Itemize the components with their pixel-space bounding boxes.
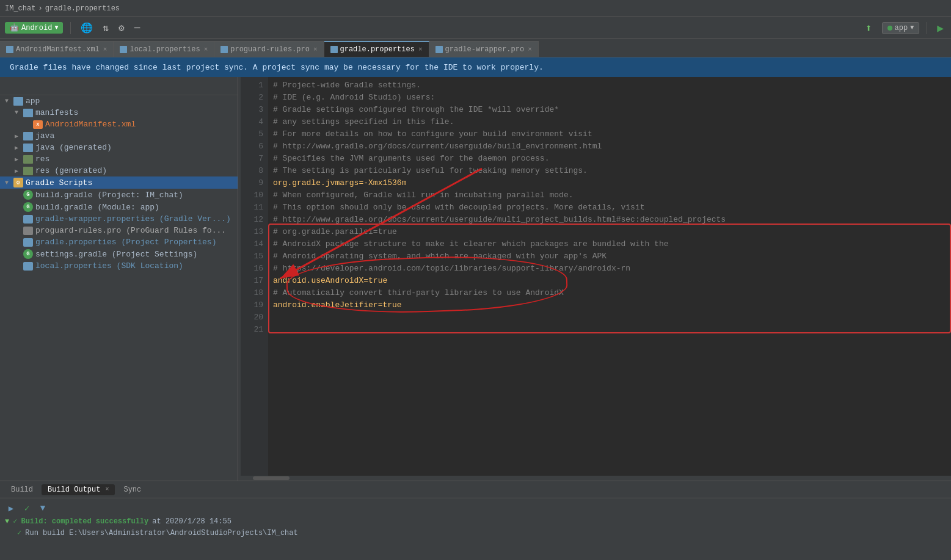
code-line-21 xyxy=(273,324,946,336)
tree-arrow: ▼ xyxy=(5,98,13,104)
tab-androidmanifest-xml[interactable]: AndroidManifest.xml× xyxy=(0,41,114,57)
sidebar-item-13[interactable]: Gsettings.gradle (Project Settings) xyxy=(0,248,238,260)
tab-close-btn[interactable]: × xyxy=(204,46,208,53)
code-line-15: # Android operating system, and which ar… xyxy=(273,250,946,263)
editor-area: 123456789101112131415161718192021 # Proj… xyxy=(241,77,951,481)
file-icon: G xyxy=(23,249,33,259)
file-icon xyxy=(23,144,33,152)
bottom-content: ▶ ✓ ▼ ▼ ✓ Build: completed successfully … xyxy=(0,498,951,560)
sidebar-item-6[interactable]: ▶res (generated) xyxy=(0,165,238,176)
sidebar-item-12[interactable]: gradle.properties (Project Properties) xyxy=(0,236,238,248)
line-number-9: 9 xyxy=(241,177,263,189)
sidebar-item-label: local.properties (SDK Location) xyxy=(35,261,183,271)
file-icon xyxy=(23,227,33,235)
scrollbar-horizontal[interactable] xyxy=(241,476,951,481)
gradle-sync-icon[interactable]: ⬆ xyxy=(865,21,872,35)
file-icon xyxy=(23,262,33,271)
tab-gradle-properties[interactable]: gradle.properties× xyxy=(324,41,429,57)
tab-icon xyxy=(6,46,13,53)
line-number-2: 2 xyxy=(241,92,263,104)
code-line-5: # For more details on how to configure y… xyxy=(273,128,946,140)
code-line-16: # https://developer.android.com/topic/li… xyxy=(273,263,946,275)
bottom-panel: BuildBuild Output×Sync ▶ ✓ ▼ ▼ ✓ Build: … xyxy=(0,481,951,560)
bottom-tab-build-output[interactable]: Build Output× xyxy=(42,484,115,495)
sidebar-item-0[interactable]: ▼app xyxy=(0,95,238,107)
sidebar-item-7[interactable]: ▼⚙Gradle Scripts xyxy=(0,176,238,189)
tab-label: gradle-wrapper.pro xyxy=(445,45,525,54)
sidebar-item-label: gradle-wrapper.properties (Gradle Ver...… xyxy=(35,214,231,224)
line-number-14: 14 xyxy=(241,238,263,250)
code-line-6: # http://www.gradle.org/docs/current/use… xyxy=(273,140,946,153)
toolbar-separator-2 xyxy=(927,22,927,34)
build-status-arrow: ▼ xyxy=(5,517,9,526)
sidebar-item-label: res xyxy=(35,155,49,164)
sidebar-item-label: app xyxy=(26,96,40,106)
globe-btn[interactable]: 🌐 xyxy=(78,21,95,35)
code-lines[interactable]: # Project-wide Gradle settings.# IDE (e.… xyxy=(268,77,951,476)
line-number-17: 17 xyxy=(241,275,263,287)
tab-proguard-rules-pro[interactable]: proguard-rules.pro× xyxy=(214,41,324,57)
tab-local-properties[interactable]: local.properties× xyxy=(114,41,214,57)
bottom-tab-close[interactable]: × xyxy=(105,486,109,493)
file-icon: X xyxy=(33,120,43,129)
tab-close-btn[interactable]: × xyxy=(103,46,107,53)
tree-arrow: ▼ xyxy=(5,180,13,186)
build-run-icon[interactable]: ▶ xyxy=(5,502,17,514)
file-icon xyxy=(23,155,33,164)
minimize-btn[interactable]: — xyxy=(132,21,143,35)
sidebar-item-2[interactable]: XAndroidManifest.xml xyxy=(0,118,238,130)
code-line-2: # IDE (e.g. Android Studio) users: xyxy=(273,92,946,104)
build-detail-check: ✓ xyxy=(17,528,21,537)
tab-icon xyxy=(120,46,127,53)
sidebar-item-4[interactable]: ▶java (generated) xyxy=(0,142,238,153)
file-icon xyxy=(23,215,33,224)
toolbar-separator-1 xyxy=(70,22,71,34)
tree-arrow: ▼ xyxy=(15,109,23,116)
tab-gradle-wrapper-pro[interactable]: gradle-wrapper.pro× xyxy=(429,41,539,57)
tab-close-btn[interactable]: × xyxy=(528,46,532,53)
sidebar-item-label: AndroidManifest.xml xyxy=(45,120,136,129)
tree-arrow: ▶ xyxy=(15,133,23,140)
android-badge[interactable]: 🤖 Android ▼ xyxy=(5,22,63,34)
bottom-toolbar: ▶ ✓ ▼ xyxy=(5,501,946,515)
sync-btn[interactable]: ⇅ xyxy=(100,21,111,35)
sidebar-item-1[interactable]: ▼manifests xyxy=(0,107,238,118)
title-bar: IM_chat › gradle.properties xyxy=(0,0,951,17)
tree-arrow: ▶ xyxy=(15,144,23,151)
tab-close-btn[interactable]: × xyxy=(418,46,423,53)
sidebar-item-11[interactable]: proguard-rules.pro (ProGuard Rules fo... xyxy=(0,225,238,236)
code-line-14: # AndroidX package structure to make it … xyxy=(273,238,946,250)
sidebar-item-label: build.gradle (Module: app) xyxy=(35,203,159,212)
build-check-icon[interactable]: ✓ xyxy=(21,502,33,514)
file-icon xyxy=(23,238,33,247)
sidebar-item-label: java (generated) xyxy=(35,143,112,152)
code-line-11: # This option should only be used with d… xyxy=(273,202,946,214)
tab-close-btn[interactable]: × xyxy=(313,46,318,53)
run-config[interactable]: app ▼ xyxy=(882,22,920,34)
sidebar-item-5[interactable]: ▶res xyxy=(0,153,238,165)
sidebar-item-14[interactable]: local.properties (SDK Location) xyxy=(0,260,238,272)
sidebar-item-10[interactable]: gradle-wrapper.properties (Gradle Ver...… xyxy=(0,213,238,225)
sidebar-item-3[interactable]: ▶java xyxy=(0,130,238,142)
tab-icon xyxy=(435,46,443,53)
notification-bar: Gradle files have changed since last pro… xyxy=(0,57,951,77)
file-icon xyxy=(23,167,33,175)
sidebar-item-8[interactable]: Gbuild.gradle (Project: IM_chat) xyxy=(0,189,238,201)
code-line-3: # Gradle settings configured through the… xyxy=(273,104,946,116)
sidebar-item-9[interactable]: Gbuild.gradle (Module: app) xyxy=(0,201,238,213)
run-btn[interactable]: ▶ xyxy=(935,20,946,36)
file-icon xyxy=(23,132,33,140)
code-line-4: # any settings specified in this file. xyxy=(273,116,946,128)
editor-content: 123456789101112131415161718192021 # Proj… xyxy=(241,77,951,476)
bottom-tab-sync[interactable]: Sync xyxy=(117,484,147,495)
code-line-1: # Project-wide Gradle settings. xyxy=(273,79,946,92)
line-number-8: 8 xyxy=(241,165,263,177)
build-expand-icon[interactable]: ▼ xyxy=(37,502,49,514)
line-number-20: 20 xyxy=(241,311,263,324)
bottom-tab-build[interactable]: Build xyxy=(5,484,39,495)
code-line-9: org.gradle.jvmargs=-Xmx1536m xyxy=(273,177,946,189)
line-number-15: 15 xyxy=(241,250,263,263)
settings-btn[interactable]: ⚙ xyxy=(116,21,127,35)
build-status-text: Build: completed successfully xyxy=(21,517,148,526)
sidebar-item-label: Gradle Scripts xyxy=(26,178,92,187)
